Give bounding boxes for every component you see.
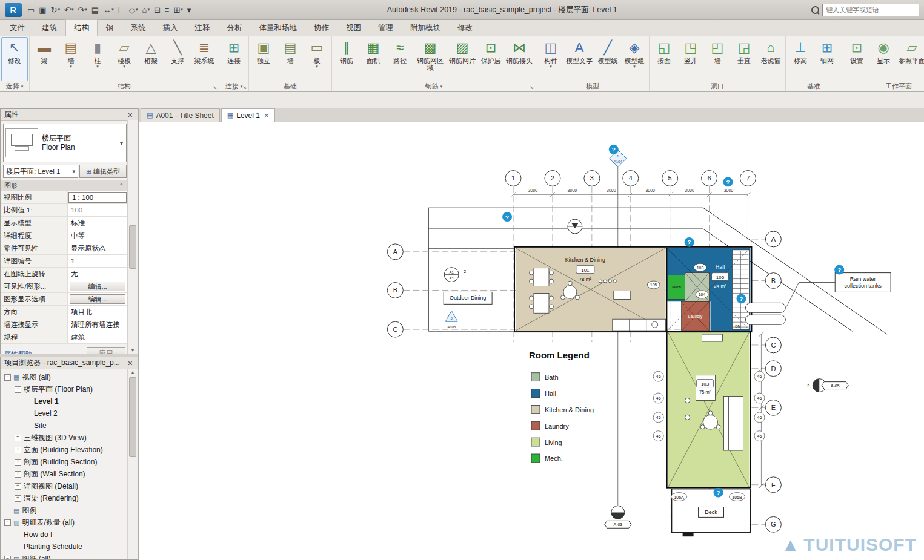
floor-plan[interactable]: 1234567ABCABCDEFG 3000300030003000300030… <box>139 122 924 560</box>
close-view-icon[interactable]: × <box>264 111 269 120</box>
tool-floor[interactable]: ▱楼板▾ <box>111 37 138 81</box>
ribbon-tab-structure[interactable]: 结构 <box>65 19 98 36</box>
tool-level[interactable]: ⊥标高 <box>787 37 814 81</box>
property-value[interactable]: 显示原状态 <box>68 242 127 254</box>
tool-show[interactable]: ◉显示 <box>870 37 897 81</box>
tree-item[interactable]: How do I <box>1 529 128 541</box>
property-value[interactable]: 编辑... <box>70 294 125 304</box>
search-input[interactable] <box>822 4 919 16</box>
dialog-launcher-icon[interactable]: ↘ <box>213 85 217 90</box>
tool-wall-foundation[interactable]: ▤墙 <box>277 37 304 81</box>
expand-icon[interactable]: + <box>15 471 21 478</box>
expand-icon[interactable]: + <box>15 495 21 502</box>
ribbon-tab-view[interactable]: 视图 <box>337 19 370 36</box>
qat-customize-qat-button[interactable]: ▾ <box>185 5 193 15</box>
graphics-section-header[interactable]: 图形 ⌃ <box>1 180 127 191</box>
ribbon-tab-modify[interactable]: 修改 <box>449 19 481 36</box>
qat-undo-button[interactable]: ↶▾ <box>62 5 75 15</box>
ribbon-tab-file[interactable]: 文件 <box>1 19 33 36</box>
tree-item[interactable]: +剖面 (Building Section) <box>1 456 128 468</box>
tree-item[interactable]: +详图视图 (Detail) <box>1 480 128 492</box>
tool-brace[interactable]: ╲支撑 <box>164 37 191 81</box>
collapse-icon[interactable]: − <box>4 374 11 381</box>
tool-beam-system[interactable]: ≣梁系统 <box>191 37 218 81</box>
ribbon-tab-collaborate[interactable]: 协作 <box>305 19 337 36</box>
ribbon-tab-insert[interactable]: 插入 <box>155 19 187 36</box>
tool-fabric-area[interactable]: ▩钢筋网区域 <box>413 37 447 81</box>
tool-shaft[interactable]: ◳竖井 <box>677 37 704 81</box>
scroll-up-icon[interactable]: ▴ <box>128 369 138 375</box>
tool-rebar-area[interactable]: ▦面积 <box>360 37 387 81</box>
tree-item[interactable]: +立面 (Building Elevation) <box>1 444 128 456</box>
property-value[interactable]: 标准 <box>68 217 127 229</box>
ribbon-tab-massing-site[interactable]: 体量和场地 <box>251 19 306 36</box>
qat-measure-button[interactable]: ↔▾ <box>101 5 116 15</box>
tool-isolated[interactable]: ▣独立 <box>250 37 277 81</box>
property-value[interactable]: 无 <box>68 268 127 280</box>
tree-item[interactable]: −▥明细表/数量 (all) <box>1 516 128 529</box>
tool-grid[interactable]: ⊞轴网 <box>814 37 840 81</box>
ribbon-tab-architecture[interactable]: 建筑 <box>33 19 65 36</box>
dialog-launcher-icon[interactable]: ↘ <box>530 85 534 90</box>
qat-open-button[interactable]: ▭ <box>25 5 36 15</box>
qat-section-button[interactable]: ⊟ <box>152 5 162 15</box>
tree-item[interactable]: +渲染 (Rendering) <box>1 492 128 504</box>
tool-slab[interactable]: ▭板▾ <box>304 37 330 81</box>
property-value[interactable]: 建筑 <box>68 331 127 343</box>
tree-item[interactable]: Level 1 <box>1 395 128 407</box>
tool-wall[interactable]: ▤墙▾ <box>58 37 84 81</box>
ribbon-tab-analyze[interactable]: 分析 <box>219 19 251 36</box>
tool-wall-opening[interactable]: ◰墙 <box>704 37 731 81</box>
property-value[interactable]: 编辑... <box>70 282 125 291</box>
properties-help-link[interactable]: 属性帮助 <box>4 350 32 354</box>
browser-scrollbar[interactable]: ▴ <box>127 369 138 559</box>
property-value[interactable]: 项目北 <box>68 306 127 318</box>
close-icon[interactable]: × <box>127 111 134 119</box>
tool-model-text[interactable]: A模型文字 <box>564 37 594 81</box>
tree-item[interactable]: Planting Schedule <box>1 541 128 553</box>
tree-item[interactable]: Site <box>1 420 128 432</box>
tool-rebar-path[interactable]: ≈路径 <box>387 37 413 81</box>
property-value[interactable]: 1 <box>68 255 127 267</box>
expand-icon[interactable]: + <box>15 483 21 490</box>
collapse-icon[interactable]: − <box>4 556 11 560</box>
edit-type-button[interactable]: ⊞ 编辑类型 <box>79 165 127 178</box>
tool-connection[interactable]: ⊞连接 <box>221 37 247 81</box>
tool-rebar[interactable]: ∥钢筋 <box>333 37 360 81</box>
tool-modify[interactable]: ↖修改 <box>1 37 28 81</box>
drawing-canvas[interactable]: 1234567ABCABCDEFG 3000300030003000300030… <box>139 122 924 560</box>
property-value[interactable]: 1 : 100 <box>68 192 127 203</box>
tree-item[interactable]: +剖面 (Wall Section) <box>1 468 128 480</box>
qat-default-3d-view-button[interactable]: ⌂▾ <box>141 5 151 15</box>
tool-component[interactable]: ◫构件▾ <box>537 37 564 81</box>
panel-dropdown-icon[interactable]: ▾ <box>440 84 443 89</box>
qat-sync-button[interactable]: ↻▾ <box>49 5 62 15</box>
qat-switch-windows-button[interactable]: ⊞▾ <box>171 5 184 15</box>
tool-coupler[interactable]: ⋈钢筋接头 <box>504 37 534 81</box>
tool-model-group[interactable]: ◈模型组▾ <box>621 37 648 81</box>
dialog-launcher-icon[interactable]: ↘ <box>242 85 247 90</box>
panel-dropdown-icon[interactable]: ▾ <box>21 84 24 89</box>
ribbon-tab-systems[interactable]: 系统 <box>122 19 155 36</box>
tree-item[interactable]: −▦视图 (all) <box>1 371 128 383</box>
view-tab-level1[interactable]: ▦Level 1× <box>221 108 275 122</box>
property-value[interactable]: 清理所有墙连接 <box>68 318 127 331</box>
property-value[interactable]: 中等 <box>68 229 127 242</box>
qat-thin-lines-button[interactable]: ≡ <box>163 5 171 15</box>
expand-icon[interactable]: + <box>15 459 21 466</box>
tool-set[interactable]: ⊡设置 <box>843 37 870 81</box>
app-menu-button[interactable]: R <box>5 3 22 17</box>
tree-item[interactable]: −▧图纸 (all) <box>1 553 128 559</box>
properties-scrollbar[interactable]: ▾ <box>127 120 138 354</box>
scroll-down-icon[interactable]: ▾ <box>128 348 138 353</box>
property-value[interactable]: 100 <box>68 204 127 216</box>
tool-column[interactable]: ▮柱▾ <box>84 37 111 81</box>
ribbon-tab-steel[interactable]: 钢 <box>98 19 122 36</box>
tool-model-line[interactable]: ╱模型线 <box>594 37 621 81</box>
close-icon[interactable]: × <box>127 359 134 367</box>
expand-icon[interactable]: + <box>15 435 21 441</box>
tool-dormer[interactable]: ⌂老虎窗 <box>757 37 784 81</box>
qat-redo-button[interactable]: ↷▾ <box>76 5 88 15</box>
apply-button[interactable]: 应用 <box>87 347 125 354</box>
tree-item[interactable]: −楼层平面 (Floor Plan) <box>1 383 128 395</box>
